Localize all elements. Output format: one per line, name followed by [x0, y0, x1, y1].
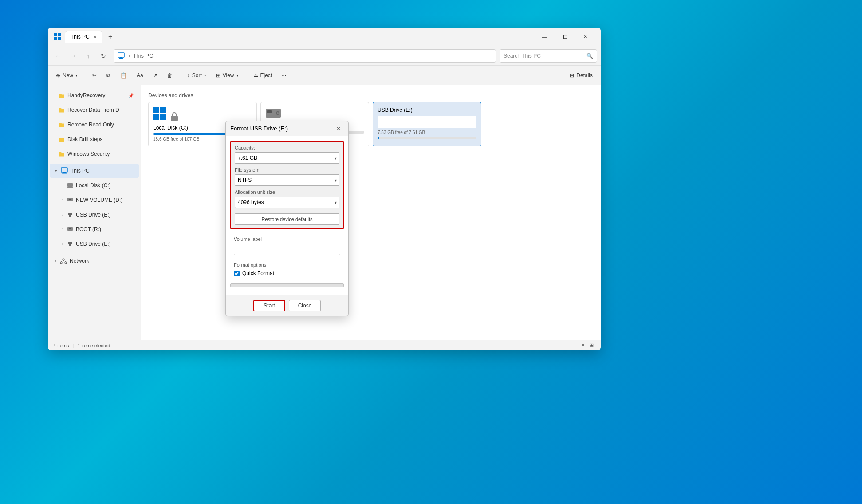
- svg-rect-10: [67, 183, 73, 187]
- back-button[interactable]: ←: [51, 49, 65, 63]
- sidebar-item-recover-data[interactable]: Recover Data From D: [50, 103, 139, 117]
- svg-rect-8: [63, 172, 66, 173]
- format-options-section: Format options Quick Format: [230, 259, 344, 280]
- drives-grid: Local Disk (C:) 18.6 GB free of 107 GB: [148, 102, 594, 146]
- start-button[interactable]: Start: [253, 300, 285, 311]
- new-button[interactable]: ⊕ New ▾: [51, 68, 82, 83]
- main-window: This PC ✕ + — ⧠ ✕ ← → ↑ ↻ › This PC › Se…: [48, 28, 601, 350]
- sidebar-item-disk-drill[interactable]: Disk Drill steps: [50, 132, 139, 146]
- quick-format-row: Quick Format: [234, 270, 340, 276]
- close-tab-icon[interactable]: ✕: [93, 35, 97, 39]
- sidebar-item-this-pc[interactable]: ▾ This PC: [50, 164, 139, 178]
- sidebar-item-new-volume-d[interactable]: › NEW VOLUME (D:): [50, 193, 139, 207]
- sidebar-network-label: Network: [70, 258, 89, 264]
- sidebar-new-volume-label: NEW VOLUME (D:): [76, 197, 122, 203]
- sidebar-usb-e-label: USB Drive (E:): [76, 212, 111, 218]
- usb-bar: [378, 137, 379, 139]
- toolbar-divider-3: [246, 71, 246, 80]
- eject-button[interactable]: ⏏ Eject: [249, 68, 277, 83]
- rename-button[interactable]: Aa: [132, 68, 148, 83]
- tab-label: This PC: [71, 34, 90, 40]
- svg-rect-29: [171, 116, 178, 121]
- capacity-select[interactable]: 7.61 GB: [235, 152, 339, 164]
- details-button[interactable]: ⊟ Details: [565, 68, 597, 83]
- sort-button[interactable]: ↕ Sort ▾: [183, 68, 211, 83]
- up-button[interactable]: ↑: [82, 49, 95, 63]
- grid-view-button[interactable]: ⊞: [588, 343, 595, 348]
- svg-rect-9: [62, 173, 67, 174]
- folder-icon: [59, 92, 65, 98]
- svg-rect-1: [58, 33, 61, 36]
- dialog-title-bar: Format USB Drive (E:) ✕: [226, 121, 348, 136]
- window-controls: — ⧠ ✕: [534, 30, 595, 44]
- chevron-icon: ›: [62, 198, 63, 202]
- svg-rect-14: [68, 213, 72, 215]
- view-button[interactable]: ⊞ View ▾: [212, 68, 243, 83]
- allocation-select[interactable]: 4096 bytes: [235, 197, 339, 208]
- network-icon: [60, 258, 67, 264]
- delete-button[interactable]: 🗑: [163, 68, 177, 83]
- maximize-button[interactable]: ⧠: [555, 30, 575, 44]
- address-bar: ← → ↑ ↻ › This PC › Search This PC 🔍: [48, 46, 601, 66]
- sidebar-item-local-disk-c[interactable]: › Local Disk (C:): [50, 178, 139, 193]
- list-view-button[interactable]: ≡: [580, 343, 586, 348]
- sidebar-item-boot-r[interactable]: › BOOT (R:): [50, 222, 139, 236]
- sidebar-this-pc-label: This PC: [71, 168, 90, 174]
- sidebar-item-handy-recovery[interactable]: HandyRecovery 📌: [50, 88, 139, 102]
- chevron-icon: ›: [62, 227, 63, 232]
- restore-defaults-button[interactable]: Restore device defaults: [235, 213, 339, 225]
- refresh-button[interactable]: ↻: [97, 49, 110, 63]
- sidebar-item-usb-drive-e[interactable]: › USB Drive (E:): [50, 208, 139, 222]
- quick-format-checkbox[interactable]: [234, 271, 240, 276]
- usb-bar-container: [378, 137, 476, 139]
- capacity-label: Capacity:: [235, 145, 339, 150]
- dialog-close-button[interactable]: ✕: [333, 123, 344, 134]
- drive-icon: [67, 183, 73, 188]
- new-tab-button[interactable]: +: [104, 31, 117, 43]
- search-box[interactable]: Search This PC 🔍: [500, 49, 597, 63]
- drive-header-r: [265, 107, 364, 119]
- svg-rect-7: [61, 168, 67, 172]
- search-placeholder: Search This PC: [504, 53, 541, 59]
- volume-label-text: Volume label: [234, 236, 340, 242]
- window-tab[interactable]: This PC ✕: [65, 31, 102, 43]
- view-label: View: [223, 72, 234, 79]
- rename-icon: Aa: [137, 72, 143, 79]
- volume-label-input[interactable]: [234, 244, 340, 255]
- monitor-icon: [61, 167, 68, 174]
- sort-dropdown-icon: ▾: [204, 73, 206, 78]
- sidebar-item-remove-read-only[interactable]: Remove Read Only: [50, 118, 139, 132]
- share-button[interactable]: ↗: [149, 68, 162, 83]
- boot-drive-icon: [265, 107, 281, 119]
- selected-count: 1 item selected: [77, 343, 110, 348]
- sidebar-label-remove-read-only: Remove Read Only: [67, 122, 114, 128]
- drive-bar-c: [153, 133, 235, 135]
- drive-usb-e-preview[interactable]: USB Drive (E:) 7.53 GB free of 7.61 GB: [373, 102, 481, 146]
- address-path[interactable]: › This PC ›: [114, 49, 496, 63]
- sidebar-item-usb-drive-e2[interactable]: › USB Drive (E:): [50, 237, 139, 251]
- svg-line-24: [63, 260, 66, 262]
- format-dialog: Format USB Drive (E:) ✕ Capacity: 7.61 G…: [225, 121, 349, 316]
- minimize-button[interactable]: —: [534, 30, 555, 44]
- svg-point-22: [65, 262, 67, 264]
- dialog-close-btn[interactable]: Close: [289, 300, 321, 311]
- more-icon: ···: [282, 72, 286, 79]
- format-options-label: Format options: [234, 262, 340, 268]
- usb-label-input[interactable]: [378, 116, 476, 128]
- close-button[interactable]: ✕: [575, 30, 595, 44]
- svg-rect-13: [69, 199, 71, 200]
- search-icon: 🔍: [586, 53, 593, 59]
- filesystem-select[interactable]: NTFS: [235, 174, 339, 186]
- copy-button[interactable]: ⧉: [102, 68, 115, 83]
- drive-header-c: [153, 107, 252, 121]
- sidebar-item-network[interactable]: › Network: [50, 254, 139, 268]
- sidebar-item-windows-security[interactable]: Windows Security: [50, 147, 139, 161]
- more-button[interactable]: ···: [277, 68, 291, 83]
- forward-button[interactable]: →: [67, 49, 80, 63]
- paste-button[interactable]: 📋: [116, 68, 131, 83]
- cut-button[interactable]: ✂: [88, 68, 101, 83]
- chevron-icon: ›: [62, 213, 63, 217]
- toolbar-divider-2: [180, 71, 180, 80]
- svg-rect-27: [153, 114, 159, 120]
- share-icon: ↗: [153, 72, 157, 79]
